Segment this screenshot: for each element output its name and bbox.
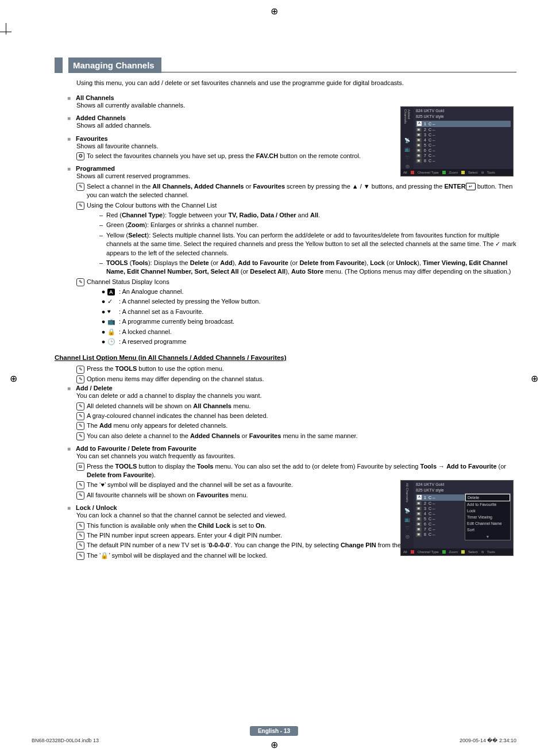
note-icon: ✎ [76, 421, 87, 430]
section-title: Favourites [76, 135, 108, 142]
bullet-text: Red (Channel Type): Toggle between your … [106, 211, 320, 220]
bullet-text: Green (Zoom): Enlarges or shrinks a chan… [106, 221, 258, 229]
heading-accent [55, 57, 63, 73]
disc-icon: ◎ [406, 164, 410, 169]
registration-mark-top: ⊕ [271, 6, 278, 17]
dash-icon: – [99, 231, 106, 258]
registration-mark-right: ⊕ [531, 373, 538, 383]
note-icon: ✎ [76, 551, 87, 560]
osd-header-row: 824 UKTV Gold [416, 109, 511, 113]
note-icon: ✎ [76, 531, 87, 540]
osd-side-label: All Channels [406, 483, 409, 502]
section-title: Added Channels [76, 114, 126, 121]
note-text: Using the Colour buttons with the Channe… [87, 201, 516, 210]
osd-footer: All Channel Type Zoom Select ⧉Tools [401, 548, 513, 555]
osd-menu-item: Lock [465, 508, 510, 514]
note-text: Press the TOOLS button to display the To… [87, 462, 516, 480]
note-text: Channel Status Display Icons [87, 278, 516, 286]
registration-mark-left: ⊕ [10, 373, 17, 383]
dash-icon: – [99, 259, 106, 277]
remote-note-icon: ✪ [76, 152, 87, 160]
dot-icon: ● [99, 337, 107, 346]
bullet-icon: ■ [67, 505, 71, 511]
osd-menu-item: Sort [465, 527, 510, 533]
osd-footer: All Channel Type Zoom Select ⧉Tools [401, 169, 513, 176]
dot-icon: ● [99, 317, 107, 326]
icon-desc: : A channel selected by pressing the Yel… [119, 297, 260, 306]
bullet-icon: ■ [67, 166, 71, 172]
note-text: You can also delete a channel to the Add… [87, 432, 374, 440]
osd-screenshot-all-channels: All Channels 📡 📺 ♡ ◎ 824 UKTV Gold 825 U… [400, 480, 514, 556]
heart-side-icon: ♡ [406, 525, 410, 531]
icon-desc: : A programme currently being broadcast. [119, 317, 234, 326]
osd-side-label: Added Channels [404, 109, 411, 132]
section-title: Lock / Unlock [76, 504, 117, 511]
bullet-text: TOOLS (Tools): Displays the Delete (or A… [106, 259, 516, 277]
osd-selected-row: A1C -- [416, 121, 511, 127]
osd-header-row: 825 UKTV style [416, 488, 511, 493]
section-title: Add / Delete [76, 385, 113, 392]
osd-header-row: 824 UKTV Gold [416, 482, 511, 487]
bullet-icon: ■ [67, 385, 71, 392]
note-text: The Add menu only appears for deleted ch… [87, 421, 516, 430]
section-heading: Managing Channels [55, 57, 516, 73]
bullet-icon: ■ [67, 446, 71, 452]
osd-tools-menu: Delete Add to Favourite Lock Timer Viewi… [465, 493, 511, 540]
note-icon: ✎ [76, 432, 87, 440]
disc-icon: ◎ [406, 534, 410, 539]
section-title: Programmed [76, 165, 115, 172]
bullet-icon: ■ [67, 115, 71, 121]
enter-icon: ↵ [466, 183, 476, 190]
icon-desc: : An Analogue channel. [119, 287, 184, 296]
bullet-text: Yellow (Select): Selects multiple channe… [106, 231, 516, 258]
osd-menu-item: Add to Favourite [465, 501, 510, 508]
broadcast-icon: 📺 [107, 317, 119, 326]
icon-desc: : A channel set as a Favourite. [119, 308, 203, 316]
heading-title: Managing Channels [68, 57, 161, 73]
note-icon: ✎ [76, 491, 87, 500]
page-number: English - 13 [250, 726, 298, 736]
icon-desc: : A locked channel. [119, 328, 172, 336]
section-body: You can set channels you watch frequentl… [76, 452, 516, 460]
osd-screenshot-added-channels: Added Channels 📡 📺 ♡ ◎ 824 UKTV Gold 825… [400, 106, 514, 176]
osd-channel-row: ▣3C -- [416, 132, 511, 137]
section-programmed: ■ Programmed Shows all current reserved … [67, 165, 516, 346]
footer-left: BN68-02328D-00L04.indb 13 [32, 738, 99, 743]
dot-icon: ● [99, 328, 107, 336]
note-icon: ✎ [76, 364, 87, 373]
section-title: Add to Favourite / Delete from Favourite [76, 445, 196, 452]
note-text: All deleted channels will be shown on Al… [87, 402, 516, 410]
section-body: You can delete or add a channel to displ… [76, 392, 516, 400]
note-icon: ✎ [76, 412, 87, 420]
dash-icon: – [99, 211, 106, 220]
osd-menu-item: Edit Channel Name [465, 520, 510, 527]
section-title: All Channels [76, 94, 114, 101]
note-text: Option menu items may differ depending o… [87, 375, 516, 383]
antenna-icon: 📡 [404, 508, 410, 513]
osd-channel-row: ▣2C -- [416, 127, 511, 132]
note-text: Press the TOOLS button to use the option… [87, 364, 516, 373]
osd-channel-row: ▣4C -- [416, 137, 511, 143]
dot-icon: ● [99, 287, 107, 296]
osd-channel-row: ▣7C -- [416, 153, 511, 158]
dot-icon: ● [99, 297, 107, 306]
osd-header-row: 825 UKTV style [416, 114, 511, 119]
osd-channel-row: ▣5C -- [416, 143, 511, 148]
subsection-heading: Channel List Option Menu (in All Channel… [55, 354, 516, 361]
footer-right: 2009-05-14 �� 2:34:10 [460, 738, 516, 743]
note-text: Select a channel in the All Channels, Ad… [87, 182, 516, 200]
dot-icon: ● [99, 308, 107, 316]
tools-note-icon: ⧉ [76, 462, 87, 480]
tv-icon: 📺 [404, 517, 410, 522]
analogue-badge-icon: A [107, 287, 119, 296]
note-icon: ✎ [76, 402, 87, 410]
bullet-icon: ■ [67, 95, 71, 101]
antenna-icon: 📡 [404, 138, 410, 143]
heart-icon: ♥ [107, 308, 119, 316]
osd-channel-row: ▣8C -- [416, 158, 511, 163]
note-icon: ✎ [76, 201, 87, 210]
note-icon: ✎ [76, 182, 87, 200]
note-icon: ✎ [76, 375, 87, 383]
registration-mark-bottom: ⊕ [271, 739, 278, 750]
osd-menu-item: Timer Viewing [465, 514, 510, 520]
